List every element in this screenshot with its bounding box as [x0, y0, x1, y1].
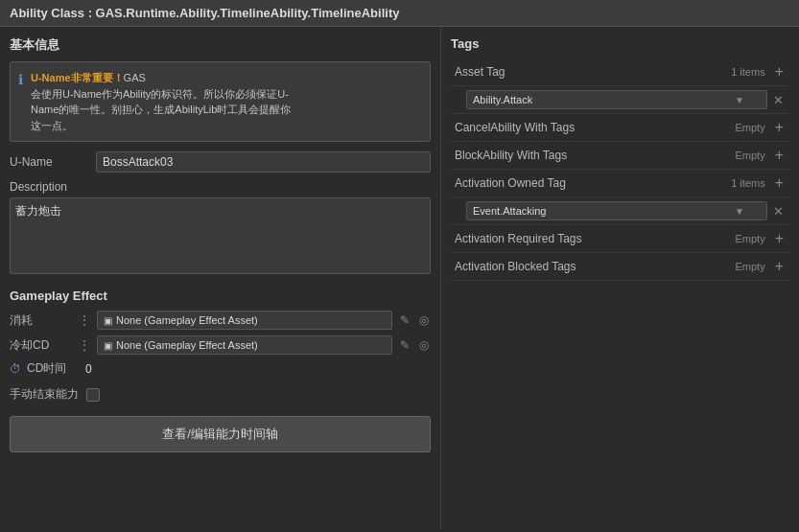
- tag-add-btn-block-ability-with-tags[interactable]: +: [773, 148, 786, 163]
- cd-time-row: ⏱ CD时间 0: [10, 360, 431, 377]
- tags-container: Asset Tag 1 items + Ability.Attack ▼ ✕ C…: [451, 58, 789, 281]
- clock-icon: ⏱: [10, 362, 21, 376]
- consume-target-btn[interactable]: ◎: [417, 313, 431, 327]
- tag-group-count-block-ability-with-tags: Empty: [735, 150, 764, 161]
- uname-row: U-Name: [10, 151, 431, 173]
- cooldown-target-btn[interactable]: ◎: [417, 338, 431, 352]
- tag-item-row: Event.Attacking ▼ ✕: [451, 197, 789, 225]
- uname-label: U-Name: [10, 155, 96, 169]
- gameplay-title: Gameplay Effect: [10, 289, 431, 303]
- tag-group-name-activation-blocked-tags: Activation Blocked Tags: [455, 260, 735, 273]
- tag-group-activation-blocked-tags: Activation Blocked Tags Empty +: [451, 253, 789, 281]
- cooldown-edit-btn[interactable]: ✎: [398, 338, 411, 352]
- tag-group-name-block-ability-with-tags: BlockAbility With Tags: [455, 149, 735, 162]
- bottom-button-container: 查看/编辑能力时间轴: [10, 416, 431, 452]
- tag-group-count-activation-owned-tag: 1 items: [731, 177, 764, 189]
- consume-asset: ▣ None (Gameplay Effect Asset): [97, 311, 392, 330]
- consume-row: 消耗 ⋮ ▣ None (Gameplay Effect Asset) ✎ ◎: [10, 311, 431, 330]
- title-text: Ability Class : GAS.Runtime.Ability.Time…: [10, 6, 399, 20]
- left-panel: 基本信息 ℹ U-Name非常重要！GAS 会使用U-Name作为Ability…: [0, 27, 441, 528]
- tag-group-block-ability-with-tags: BlockAbility With Tags Empty +: [451, 142, 789, 170]
- cooldown-label: 冷却CD: [10, 337, 72, 354]
- tag-add-btn-asset-tag[interactable]: +: [773, 64, 786, 80]
- uname-input[interactable]: [96, 151, 431, 173]
- title-bar: Ability Class : GAS.Runtime.Ability.Time…: [0, 0, 799, 27]
- tag-group-count-activation-required-tags: Empty: [735, 233, 764, 244]
- cooldown-asset-text: None (Gameplay Effect Asset): [116, 339, 258, 351]
- basic-info-title: 基本信息: [10, 36, 431, 54]
- gameplay-section: Gameplay Effect 消耗 ⋮ ▣ None (Gameplay Ef…: [10, 289, 431, 377]
- tag-group-asset-tag: Asset Tag 1 items +: [451, 58, 789, 86]
- tag-group-name-asset-tag: Asset Tag: [455, 65, 731, 79]
- cooldown-menu[interactable]: ⋮: [78, 337, 91, 353]
- consume-edit-btn[interactable]: ✎: [398, 313, 411, 327]
- info-box: ℹ U-Name非常重要！GAS 会使用U-Name作为Ability的标识符。…: [10, 61, 431, 142]
- tag-add-btn-cancel-ability-with-tags[interactable]: +: [773, 120, 786, 135]
- tag-remove-btn[interactable]: ✕: [771, 204, 786, 219]
- tag-group-count-asset-tag: 1 items: [731, 66, 764, 78]
- tag-group-count-activation-blocked-tags: Empty: [735, 261, 764, 272]
- tag-group-activation-owned-tag: Activation Owned Tag 1 items +: [451, 170, 789, 197]
- tag-group-cancel-ability-with-tags: CancelAbility With Tags Empty +: [451, 114, 789, 142]
- tag-add-btn-activation-blocked-tags[interactable]: +: [773, 259, 786, 274]
- tag-item-dropdown[interactable]: Ability.Attack: [466, 90, 767, 109]
- tag-group-activation-required-tags: Activation Required Tags Empty +: [451, 225, 789, 253]
- cd-time-value: 0: [85, 362, 92, 376]
- description-input[interactable]: 蓄力炮击: [10, 197, 431, 274]
- consume-menu[interactable]: ⋮: [78, 312, 91, 328]
- tags-title: Tags: [451, 36, 789, 51]
- tag-item-dropdown[interactable]: Event.Attacking: [466, 201, 767, 220]
- tag-add-btn-activation-owned-tag[interactable]: +: [773, 175, 786, 191]
- info-icon: ℹ: [18, 72, 23, 87]
- tag-add-btn-activation-required-tags[interactable]: +: [773, 231, 786, 246]
- right-panel: Tags Asset Tag 1 items + Ability.Attack …: [441, 27, 799, 528]
- tag-group-count-cancel-ability-with-tags: Empty: [735, 122, 764, 133]
- tag-group-name-cancel-ability-with-tags: CancelAbility With Tags: [455, 121, 735, 134]
- cooldown-row: 冷却CD ⋮ ▣ None (Gameplay Effect Asset) ✎ …: [10, 335, 431, 355]
- consume-label: 消耗: [10, 312, 72, 329]
- manual-end-label: 手动结束能力: [10, 386, 79, 403]
- consume-file-icon: ▣: [104, 315, 112, 326]
- tag-group-name-activation-required-tags: Activation Required Tags: [455, 232, 735, 245]
- description-label: Description: [10, 180, 431, 194]
- info-highlight: U-Name非常重要！: [31, 72, 124, 83]
- manual-end-checkbox[interactable]: [86, 388, 100, 402]
- tag-remove-btn[interactable]: ✕: [771, 93, 786, 107]
- cooldown-file-icon: ▣: [104, 340, 112, 351]
- tag-group-name-activation-owned-tag: Activation Owned Tag: [455, 176, 731, 190]
- consume-asset-text: None (Gameplay Effect Asset): [116, 314, 258, 326]
- edit-timeline-button[interactable]: 查看/编辑能力时间轴: [10, 416, 431, 452]
- info-box-text: U-Name非常重要！GAS 会使用U-Name作为Ability的标识符。所以…: [31, 70, 291, 133]
- tag-item-row: Ability.Attack ▼ ✕: [451, 86, 789, 114]
- cooldown-asset: ▣ None (Gameplay Effect Asset): [97, 335, 392, 355]
- cd-time-label: CD时间: [27, 360, 80, 377]
- manual-end-row: 手动结束能力: [10, 386, 431, 403]
